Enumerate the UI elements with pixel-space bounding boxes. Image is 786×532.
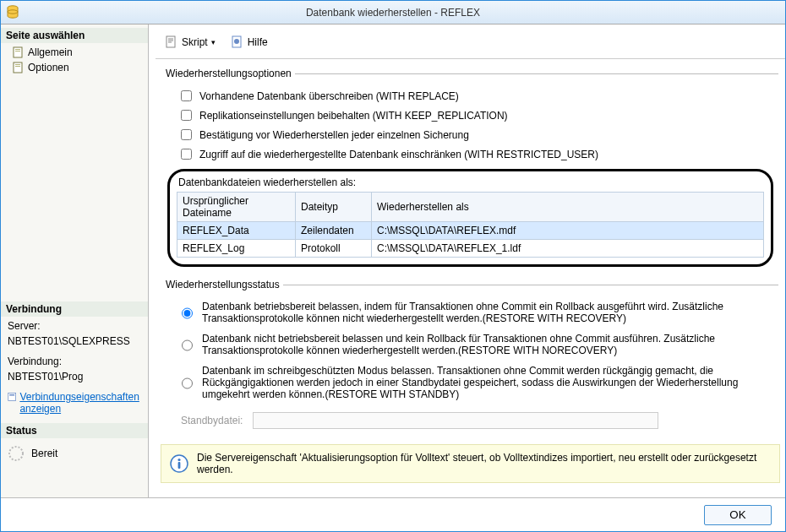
svg-rect-9 (9, 394, 14, 395)
sidebar-select-page: Seite auswählen (1, 28, 148, 43)
connection-value: NBTEST01\Prog (1, 369, 148, 384)
recovery-state-legend: Wiederherstellungsstatus (162, 279, 283, 290)
col-restore-as[interactable]: Wiederherstellen als (372, 193, 764, 222)
restore-files-table[interactable]: Ursprünglicher Dateiname Dateityp Wieder… (177, 192, 764, 258)
titlebar: Datenbank wiederherstellen - REFLEX (1, 1, 785, 24)
svg-rect-8 (8, 394, 16, 401)
svg-rect-6 (15, 64, 20, 65)
page-icon (13, 62, 25, 73)
window-title: Datenbank wiederherstellen - REFLEX (306, 7, 480, 19)
restricted-user-checkbox[interactable] (181, 149, 192, 160)
ok-button[interactable]: OK (704, 505, 772, 525)
svg-point-13 (234, 39, 239, 44)
ready-icon (8, 445, 25, 462)
help-button[interactable]: Hilfe (225, 33, 274, 52)
server-label: Server: (1, 318, 148, 334)
table-row[interactable]: REFLEX_Log Protokoll C:\MSSQL\DATA\REFLE… (177, 240, 764, 258)
connection-label: Verbindung: (1, 354, 148, 369)
bottombar: OK (1, 497, 785, 531)
svg-rect-7 (15, 66, 20, 67)
restore-options-group: Wiederherstellungsoptionen Vorhandene Da… (162, 68, 778, 270)
overwrite-db-checkbox[interactable] (181, 90, 192, 101)
server-value: NBTEST01\SQLEXPRESS (1, 334, 148, 349)
svg-point-10 (9, 447, 23, 460)
restore-files-box: Datenbankdateien wiederherstellen als: U… (167, 169, 773, 267)
col-original-filename[interactable]: Ursprünglicher Dateiname (177, 193, 296, 222)
sidebar-item-label: Optionen (28, 62, 69, 73)
status-value: Bereit (31, 448, 57, 459)
restore-options-legend: Wiederherstellungsoptionen (162, 68, 295, 79)
svg-point-15 (177, 459, 180, 461)
info-icon (170, 454, 188, 473)
restore-with-standby-radio[interactable] (182, 366, 193, 400)
properties-icon (8, 391, 16, 403)
svg-rect-4 (15, 51, 20, 52)
recovery-state-group: Wiederherstellungsstatus Datenbank betri… (162, 279, 778, 429)
col-filetype[interactable]: Dateityp (296, 193, 372, 222)
script-icon (165, 35, 178, 49)
restore-files-label: Datenbankdateien wiederherstellen als: (178, 176, 764, 188)
fulltext-info: Die Servereigenschaft 'Aktualisierungsop… (161, 444, 780, 483)
svg-rect-2 (14, 47, 22, 57)
standby-file-label: Standbydatei: (181, 415, 243, 426)
sidebar-item-general[interactable]: Allgemein (1, 45, 148, 60)
script-button[interactable]: Skript ▾ (159, 33, 221, 52)
connection-properties-link[interactable]: Verbindungseigenschaften anzeigen (19, 391, 141, 415)
sidebar-item-label: Allgemein (28, 46, 73, 58)
toolbar: Skript ▾ Hilfe (156, 31, 785, 59)
keep-replication-checkbox[interactable] (181, 110, 192, 121)
svg-rect-5 (14, 62, 22, 73)
help-icon (231, 35, 244, 49)
prompt-before-restore-checkbox[interactable] (181, 129, 192, 140)
sidebar: Seite auswählen Allgemein Optionen Verbi… (1, 24, 149, 497)
page-icon (13, 46, 25, 58)
standby-file-input (253, 412, 658, 429)
chevron-down-icon: ▾ (211, 38, 216, 46)
database-icon (6, 5, 19, 19)
restore-with-recovery-radio[interactable] (182, 302, 193, 324)
sidebar-item-options[interactable]: Optionen (1, 60, 148, 75)
restore-with-norecovery-radio[interactable] (182, 334, 193, 356)
table-row[interactable]: REFLEX_Data Zeilendaten C:\MSSQL\DATA\RE… (177, 222, 764, 240)
svg-rect-3 (15, 49, 20, 50)
connection-header: Verbindung (1, 301, 148, 317)
svg-rect-16 (178, 462, 181, 469)
status-header: Status (1, 423, 148, 438)
content: Skript ▾ Hilfe Wiederherstellungsoptione… (149, 24, 785, 497)
